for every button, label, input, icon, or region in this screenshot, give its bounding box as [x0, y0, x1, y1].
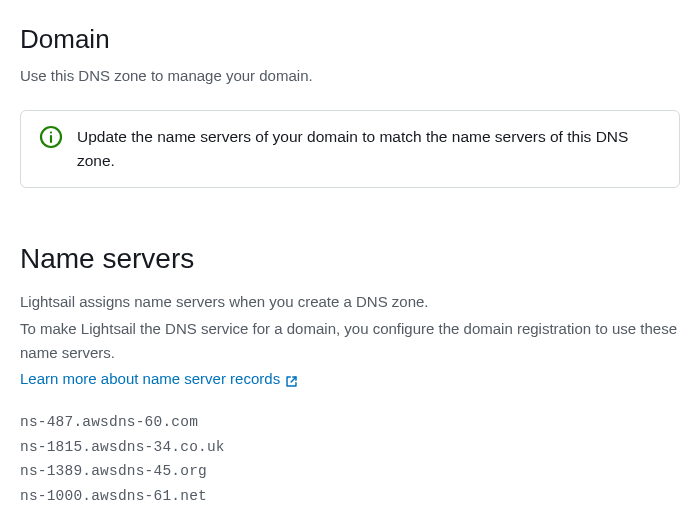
- nameserver-record: ns-1815.awsdns-34.co.uk: [20, 435, 680, 460]
- svg-point-2: [50, 131, 52, 133]
- domain-heading: Domain: [20, 20, 680, 59]
- external-link-icon: [285, 372, 298, 385]
- nameserver-record: ns-1389.awsdns-45.org: [20, 459, 680, 484]
- learn-more-link[interactable]: Learn more about name server records: [20, 368, 298, 391]
- nameserver-record: ns-1000.awsdns-61.net: [20, 484, 680, 509]
- nameservers-desc-line1: Lightsail assigns name servers when you …: [20, 290, 680, 314]
- nameservers-desc-line2: To make Lightsail the DNS service for a …: [20, 317, 680, 365]
- nameservers-heading: Name servers: [20, 238, 680, 280]
- nameserver-list: ns-487.awsdns-60.com ns-1815.awsdns-34.c…: [20, 410, 680, 509]
- learn-more-label: Learn more about name server records: [20, 368, 280, 391]
- info-box: Update the name servers of your domain t…: [20, 110, 680, 188]
- nameserver-record: ns-487.awsdns-60.com: [20, 410, 680, 435]
- domain-description: Use this DNS zone to manage your domain.: [20, 65, 680, 88]
- info-icon: [39, 125, 63, 149]
- info-message: Update the name servers of your domain t…: [77, 125, 661, 173]
